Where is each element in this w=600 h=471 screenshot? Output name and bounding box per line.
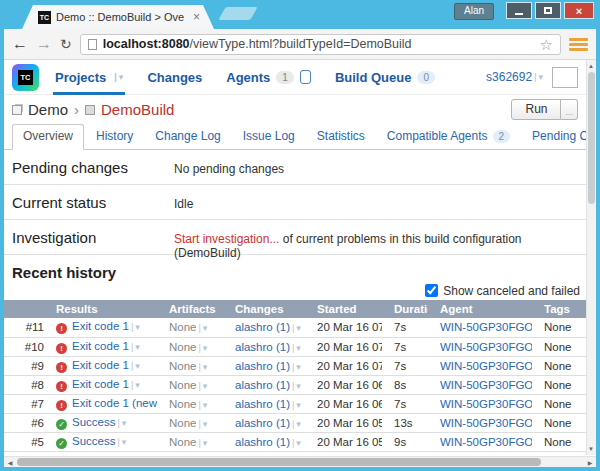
username[interactable]: s362692 [486, 70, 532, 84]
browser-profile-button[interactable]: Alan [454, 3, 494, 20]
search-input[interactable] [552, 67, 578, 88]
agent-link[interactable]: WIN-50GP30FGO75-1 [440, 360, 532, 372]
table-row[interactable]: #9 !Exit code 1 None alashro (1) 20 Mar … [4, 356, 586, 375]
dropdown-icon[interactable] [131, 322, 140, 332]
scroll-up-icon[interactable]: ▲ [586, 61, 596, 71]
dropdown-icon[interactable] [131, 361, 140, 371]
nav-item-changes[interactable]: Changes [147, 70, 202, 85]
build-result-link[interactable]: Exit code 1 (new) [72, 397, 157, 409]
table-row[interactable]: #6 ✓Success None alashro (1) 20 Mar 16 0… [4, 413, 586, 432]
tab-change-log[interactable]: Change Log [145, 125, 230, 149]
changes-link[interactable]: alashro (1) [235, 321, 290, 333]
changes-link[interactable]: alashro (1) [235, 379, 290, 391]
dropdown-icon[interactable] [199, 343, 208, 353]
bookmark-star-icon[interactable]: ☆ [540, 37, 553, 52]
forward-button[interactable]: → [36, 36, 52, 52]
table-row[interactable]: #5 ✓Success None alashro (1) 20 Mar 16 0… [4, 432, 586, 451]
dropdown-icon[interactable] [131, 380, 140, 390]
horizontal-scroll-thumb[interactable] [17, 458, 541, 466]
vertical-scrollbar[interactable]: ▲ ▼ [586, 60, 596, 455]
horizontal-scrollbar[interactable]: ◀ ▶ [4, 456, 596, 467]
table-row[interactable]: #4 ✓Success None alashro (1) 17 Mar 16 1… [4, 451, 586, 455]
table-row[interactable]: #10 !Exit code 1 None alashro (1) 20 Mar… [4, 337, 586, 356]
dropdown-icon[interactable] [292, 438, 301, 448]
run-button[interactable]: Run [511, 99, 561, 120]
dropdown-icon[interactable] [199, 438, 208, 448]
table-row[interactable]: #11 !Exit code 1 None alashro (1) 20 Mar… [4, 318, 586, 337]
build-result-link[interactable]: Success [72, 454, 115, 456]
build-number: #6 [4, 413, 44, 432]
vertical-scroll-thumb[interactable] [588, 72, 595, 204]
changes-link[interactable]: alashro (1) [235, 398, 290, 410]
window-minimize-button[interactable] [506, 2, 532, 19]
breadcrumb-project[interactable]: Demo [28, 101, 68, 118]
start-investigation-link[interactable]: Start investigation... [174, 232, 279, 246]
current-status-value: Idle [174, 197, 193, 211]
user-menu[interactable]: s362692 [486, 67, 578, 88]
dropdown-icon[interactable] [292, 362, 301, 372]
changes-link[interactable]: alashro (1) [235, 360, 290, 372]
tab-history[interactable]: History [86, 125, 143, 149]
tab-statistics[interactable]: Statistics [307, 125, 375, 149]
browser-tab[interactable]: TC Demo :: DemoBuild > Ove × [22, 5, 214, 29]
reload-button[interactable]: ↻ [60, 37, 72, 51]
build-result-link[interactable]: Success [72, 435, 115, 447]
tab-overview[interactable]: Overview [12, 124, 84, 150]
dropdown-icon[interactable] [199, 323, 208, 333]
window-maximize-button[interactable] [535, 2, 561, 19]
browser-title-bar: TC Demo :: DemoBuild > Ove × Alan × [0, 0, 600, 29]
breadcrumb-build[interactable]: DemoBuild [101, 101, 174, 118]
dropdown-icon[interactable] [199, 381, 208, 391]
dropdown-icon[interactable] [199, 419, 208, 429]
dropdown-icon[interactable] [117, 437, 126, 447]
dropdown-icon[interactable] [292, 419, 301, 429]
dropdown-icon[interactable] [292, 400, 301, 410]
nav-item-projects[interactable]: Projects [55, 70, 123, 85]
changes-link[interactable]: alashro (1) [235, 417, 290, 429]
teamcity-logo-icon[interactable]: TC [12, 64, 39, 91]
table-row[interactable]: #7 !Exit code 1 (new) None alashro (1) 2… [4, 394, 586, 413]
tab-issue-log[interactable]: Issue Log [233, 125, 305, 149]
scroll-down-icon[interactable]: ▼ [586, 444, 596, 454]
window-close-button[interactable]: × [564, 2, 594, 19]
changes-link[interactable]: alashro (1) [235, 455, 290, 456]
build-result-link[interactable]: Exit code 1 [72, 320, 129, 332]
dropdown-icon[interactable] [292, 343, 301, 353]
table-row[interactable]: #8 !Exit code 1 None alashro (1) 20 Mar … [4, 375, 586, 394]
artifacts-value: None [169, 455, 197, 456]
dropdown-icon[interactable] [131, 342, 140, 352]
agent-link[interactable]: WIN-50GP30FGO75-1 [440, 379, 532, 391]
build-result-link[interactable]: Exit code 1 [72, 378, 129, 390]
changes-link[interactable]: alashro (1) [235, 341, 290, 353]
dropdown-icon[interactable] [292, 381, 301, 391]
agent-link[interactable]: WIN-50GP30FGO75-1 [440, 321, 532, 333]
run-options-button[interactable]: ... [561, 99, 578, 120]
agent-link[interactable]: WIN-50GP30FGO75-1 [440, 341, 532, 353]
nav-item-build-queue[interactable]: Build Queue0 [335, 70, 435, 85]
dropdown-icon[interactable] [292, 323, 301, 333]
artifacts-value: None [169, 341, 197, 353]
agent-link[interactable]: WIN-50GP30FGO75-1 [440, 455, 532, 456]
url-text[interactable]: localhost:8080/viewType.html?buildTypeId… [103, 37, 534, 51]
tab-compatible-agents[interactable]: Compatible Agents2 [377, 125, 520, 149]
new-tab-button[interactable] [218, 7, 257, 20]
changes-link[interactable]: alashro (1) [235, 436, 290, 448]
nav-item-agents[interactable]: Agents1 [226, 70, 311, 85]
dropdown-icon[interactable] [199, 400, 208, 410]
tab-close-icon[interactable]: × [193, 11, 200, 23]
build-result-link[interactable]: Exit code 1 [72, 340, 129, 352]
scroll-right-icon[interactable]: ▶ [585, 457, 595, 467]
agent-link[interactable]: WIN-50GP30FGO75-1 [440, 436, 532, 448]
tab-pending-changes[interactable]: Pending Changes [522, 125, 586, 149]
browser-menu-icon[interactable] [569, 38, 588, 51]
dropdown-icon[interactable] [117, 418, 126, 428]
build-result-link[interactable]: Exit code 1 [72, 359, 129, 371]
build-result-link[interactable]: Success [72, 416, 115, 428]
dropdown-icon[interactable] [199, 362, 208, 372]
address-bar[interactable]: localhost:8080/viewType.html?buildTypeId… [80, 34, 561, 55]
agent-link[interactable]: WIN-50GP30FGO75-1 [440, 398, 532, 410]
show-canceled-checkbox[interactable] [425, 284, 438, 297]
back-button[interactable]: ← [12, 36, 28, 52]
scroll-left-icon[interactable]: ◀ [5, 457, 15, 467]
agent-link[interactable]: WIN-50GP30FGO75-1 [440, 417, 532, 429]
